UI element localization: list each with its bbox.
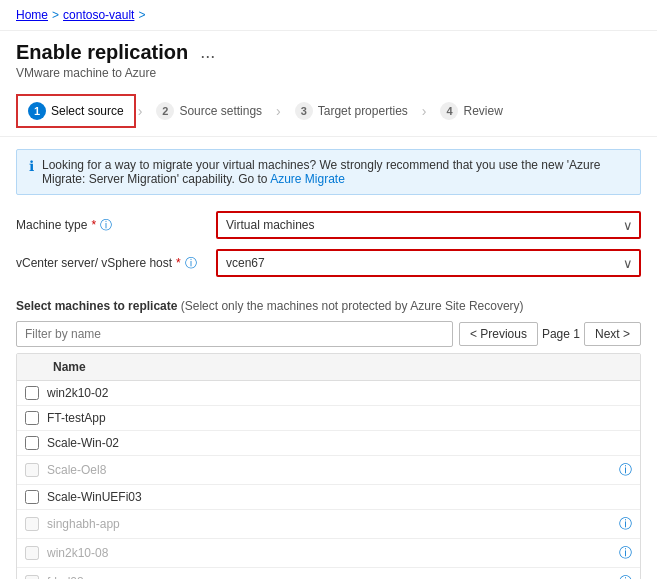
machine-type-dropdown-wrapper: Virtual machines ∨ (216, 211, 641, 239)
page-subtitle: VMware machine to Azure (16, 66, 641, 80)
breadcrumb-home[interactable]: Home (16, 8, 48, 22)
table-row: win2k10-02 (17, 381, 640, 406)
row-name: win2k10-08 (47, 546, 611, 560)
table-row: win2k10-08 ⓘ (17, 539, 640, 568)
machine-type-label: Machine type * ⓘ (16, 217, 216, 234)
page-menu-icon[interactable]: ... (200, 42, 215, 63)
vcenter-required: * (176, 256, 181, 270)
wizard-step-3[interactable]: 3 Target properties (283, 94, 420, 128)
step-sep-1: › (136, 103, 145, 119)
row-checkbox-frhel08 (25, 575, 39, 579)
row-info-icon[interactable]: ⓘ (619, 515, 632, 533)
row-info-icon[interactable]: ⓘ (619, 573, 632, 579)
breadcrumb-sep1: > (52, 8, 59, 22)
step-3-label: Target properties (318, 104, 408, 118)
machine-type-info-icon[interactable]: ⓘ (100, 217, 112, 234)
vcenter-label: vCenter server/ vSphere host * ⓘ (16, 255, 216, 272)
step-sep-3: › (420, 103, 429, 119)
row-info-icon[interactable]: ⓘ (619, 461, 632, 479)
machine-type-select[interactable]: Virtual machines (216, 211, 641, 239)
row-checkbox-singhabh-app (25, 517, 39, 531)
table-row: Scale-Win-02 (17, 431, 640, 456)
step-1-label: Select source (51, 104, 124, 118)
page-header: Enable replication ... VMware machine to… (0, 31, 657, 86)
vcenter-dropdown-wrapper: vcen67 ∨ (216, 249, 641, 277)
row-checkbox-ft-testapp[interactable] (25, 411, 39, 425)
page-info: Page 1 (542, 327, 580, 341)
row-checkbox-scale-oel8 (25, 463, 39, 477)
info-banner: ℹ Looking for a way to migrate your virt… (16, 149, 641, 195)
vcenter-info-icon[interactable]: ⓘ (185, 255, 197, 272)
row-name: frhel08 (47, 575, 611, 579)
row-name: Scale-Oel8 (47, 463, 611, 477)
machines-title: Select machines to replicate (Select onl… (16, 299, 641, 313)
machine-type-required: * (91, 218, 96, 232)
step-4-num: 4 (440, 102, 458, 120)
table-row: Scale-WinUEFi03 (17, 485, 640, 510)
table-row: frhel08 ⓘ (17, 568, 640, 579)
step-2-label: Source settings (179, 104, 262, 118)
row-checkbox-scale-winuefi03[interactable] (25, 490, 39, 504)
row-name: singhabh-app (47, 517, 611, 531)
wizard-step-4[interactable]: 4 Review (428, 94, 514, 128)
row-name: Scale-WinUEFi03 (47, 490, 632, 504)
row-name: win2k10-02 (47, 386, 632, 400)
pagination: < Previous Page 1 Next > (459, 322, 641, 346)
wizard-steps: 1 Select source › 2 Source settings › 3 … (0, 86, 657, 137)
row-checkbox-win2k10-08 (25, 546, 39, 560)
vcenter-select[interactable]: vcen67 (216, 249, 641, 277)
breadcrumb-sep2: > (138, 8, 145, 22)
step-4-label: Review (463, 104, 502, 118)
machine-type-row: Machine type * ⓘ Virtual machines ∨ (16, 211, 641, 239)
machines-subtitle: (Select only the machines not protected … (181, 299, 524, 313)
row-checkbox-scale-win-02[interactable] (25, 436, 39, 450)
wizard-step-1[interactable]: 1 Select source (16, 94, 136, 128)
row-name: Scale-Win-02 (47, 436, 632, 450)
breadcrumb-vault[interactable]: contoso-vault (63, 8, 134, 22)
azure-migrate-link[interactable]: Azure Migrate (270, 172, 345, 186)
next-page-button[interactable]: Next > (584, 322, 641, 346)
machines-table: Name win2k10-02 FT-testApp Scale-Win-02 … (16, 353, 641, 579)
wizard-step-2[interactable]: 2 Source settings (144, 94, 274, 128)
step-2-num: 2 (156, 102, 174, 120)
row-info-icon[interactable]: ⓘ (619, 544, 632, 562)
step-1-num: 1 (28, 102, 46, 120)
info-banner-text: Looking for a way to migrate your virtua… (42, 158, 628, 186)
table-row: Scale-Oel8 ⓘ (17, 456, 640, 485)
page-title: Enable replication (16, 41, 188, 64)
info-icon: ℹ (29, 158, 34, 174)
row-checkbox-win2k10-02[interactable] (25, 386, 39, 400)
table-row: singhabh-app ⓘ (17, 510, 640, 539)
table-header: Name (17, 354, 640, 381)
machines-section: Select machines to replicate (Select onl… (0, 295, 657, 579)
previous-page-button[interactable]: < Previous (459, 322, 538, 346)
step-3-num: 3 (295, 102, 313, 120)
vcenter-row: vCenter server/ vSphere host * ⓘ vcen67 … (16, 249, 641, 277)
row-name: FT-testApp (47, 411, 632, 425)
table-row: FT-testApp (17, 406, 640, 431)
filter-input[interactable] (16, 321, 453, 347)
step-sep-2: › (274, 103, 283, 119)
form-section: Machine type * ⓘ Virtual machines ∨ vCen… (0, 203, 657, 295)
filter-bar: < Previous Page 1 Next > (16, 321, 641, 347)
breadcrumb: Home > contoso-vault > (0, 0, 657, 31)
